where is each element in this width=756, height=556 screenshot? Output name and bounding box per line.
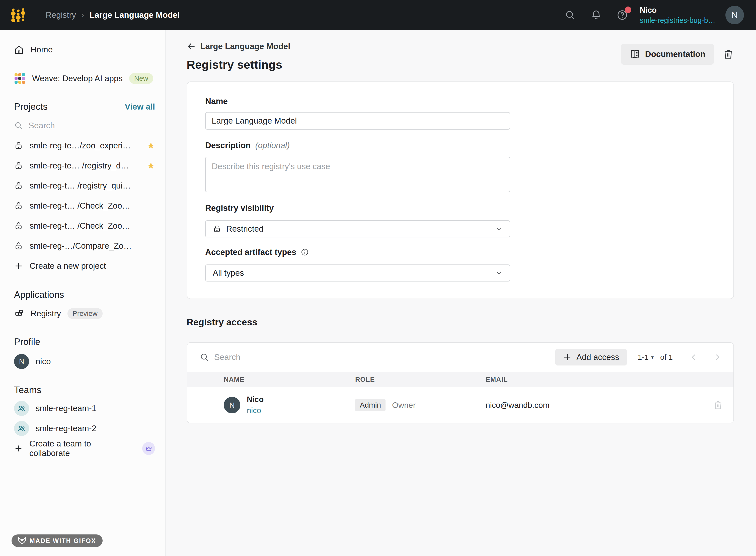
registry-settings-card: Name Description (optional) Registry vis… [187,81,734,299]
nav-user-menu[interactable]: Nico smle-registries-bug-b… [640,6,715,25]
sidebar-weave-label: Weave: Develop AI apps [32,74,123,83]
trash-icon [722,48,734,60]
table-row: N Nico nico Admin Owner nico@wandb.com [187,387,733,423]
back-link[interactable]: Large Language Model [187,42,290,51]
artifact-types-label-text: Accepted artifact types [205,247,296,257]
back-arrow-icon [187,42,196,51]
remove-access-trash-icon[interactable] [713,400,723,410]
access-search-placeholder: Search [214,352,240,362]
breadcrumb: Registry › Large Language Model [46,10,179,20]
registry-grid-icon [14,309,24,319]
access-search-input[interactable]: Search [200,352,555,362]
wandb-logo-icon[interactable] [11,7,26,23]
name-input[interactable] [205,112,510,130]
chevron-left-icon[interactable] [689,352,699,362]
sidebar-project-item[interactable]: smle-reg-t… /Check_Zoo… [14,198,155,213]
sidebar-project-item[interactable]: smle-reg-…/Compare_Zo… [14,238,155,253]
notifications-bell-icon[interactable] [590,8,603,22]
profile-username: nico [36,357,51,366]
add-access-button[interactable]: Add access [555,349,627,366]
documentation-button[interactable]: Documentation [621,44,714,65]
lock-icon [14,241,23,250]
create-project-label: Create a new project [30,261,106,271]
nav-user-team[interactable]: smle-registries-bug-b… [640,16,715,25]
description-textarea[interactable] [205,157,510,192]
star-icon[interactable]: ★ [147,140,155,151]
search-icon [14,121,23,130]
create-team-label: Create a team to collaborate [29,439,131,458]
chevron-right-icon[interactable] [712,352,722,362]
info-icon[interactable] [301,248,309,256]
column-header-email: EMAIL [486,376,696,384]
pagination-range-dropdown[interactable]: 1-1 ▾ [638,353,654,361]
team-icon [14,421,29,436]
avatar: N [224,397,240,413]
project-label: smle-reg-t… /Check_Zoo… [30,201,130,211]
lock-icon [14,181,23,190]
project-label: smle-reg-t… /Check_Zoo… [30,221,130,231]
preview-badge: Preview [67,308,103,319]
visibility-select[interactable]: Restricted [205,220,510,237]
create-team-button[interactable]: Create a team to collaborate [14,441,155,456]
applications-section-header: Applications [14,289,155,300]
description-label: Description (optional) [205,141,715,150]
team-label: smle-reg-team-1 [36,404,96,413]
star-icon[interactable]: ★ [147,161,155,171]
page-title: Registry settings [187,58,290,71]
lock-icon [14,141,23,150]
breadcrumb-separator-icon: › [81,11,84,19]
sidebar-profile-user[interactable]: N nico [14,354,155,369]
create-project-button[interactable]: Create a new project [14,258,155,274]
sidebar-search-input[interactable]: Search [14,118,155,133]
search-icon[interactable] [564,8,577,22]
book-icon [630,49,640,60]
lock-icon [14,161,23,170]
top-navbar: Registry › Large Language Model Nico [0,0,756,30]
sidebar-search-placeholder: Search [29,121,55,130]
avatar[interactable]: N [725,6,744,24]
sidebar-team-item[interactable]: smle-reg-team-1 [14,401,155,416]
sidebar-project-item[interactable]: smle-reg-t… /Check_Zoo… [14,218,155,233]
project-label: smle-reg-…/Compare_Zo… [30,241,132,251]
applications-title: Applications [14,289,64,300]
description-optional-text: (optional) [255,141,290,150]
sidebar-project-item[interactable]: smle-reg-te… /registry_d… ★ [14,158,155,173]
sidebar-item-home[interactable]: Home [14,42,155,57]
fox-icon [18,537,26,545]
member-username-link[interactable]: nico [247,406,264,415]
main-content: Large Language Model Registry settings D… [166,30,756,556]
profile-title: Profile [14,337,40,347]
projects-title: Projects [14,102,48,112]
alert-dot [625,6,631,13]
chevron-down-icon [495,269,503,277]
project-label: smle-reg-te…/zoo_experi… [30,141,131,150]
sidebar-project-item[interactable]: smle-reg-te…/zoo_experi… ★ [14,138,155,153]
artifact-types-value: All types [213,268,244,278]
sidebar-team-item[interactable]: smle-reg-team-2 [14,421,155,436]
description-label-text: Description [205,141,251,150]
lock-icon [14,221,23,230]
registry-access-title: Registry access [187,317,734,327]
role-badge[interactable]: Admin [355,399,386,411]
column-header-role: ROLE [355,376,486,384]
registry-access-card: Search Add access 1-1 ▾ of 1 [187,342,734,423]
sidebar-item-weave[interactable]: Weave: Develop AI apps New [14,71,155,86]
avatar: N [14,354,29,369]
documentation-label: Documentation [645,49,705,59]
name-label: Name [205,97,715,106]
plus-icon [563,353,572,362]
column-header-name: NAME [187,376,355,384]
delete-registry-button[interactable] [722,48,734,60]
teams-title: Teams [14,385,41,395]
artifact-types-select[interactable]: All types [205,265,510,281]
sidebar-home-label: Home [31,45,53,55]
view-all-link[interactable]: View all [125,102,155,111]
sidebar-project-item[interactable]: smle-reg-t… /registry_qui… [14,178,155,193]
project-label: smle-reg-te… /registry_d… [30,161,129,170]
help-icon[interactable] [616,8,629,22]
new-badge: New [129,73,153,84]
sidebar-item-registry[interactable]: Registry Preview [14,306,155,321]
visibility-value: Restricted [226,224,264,234]
breadcrumb-registry[interactable]: Registry [46,10,76,20]
pagination-range: 1-1 [638,353,649,361]
